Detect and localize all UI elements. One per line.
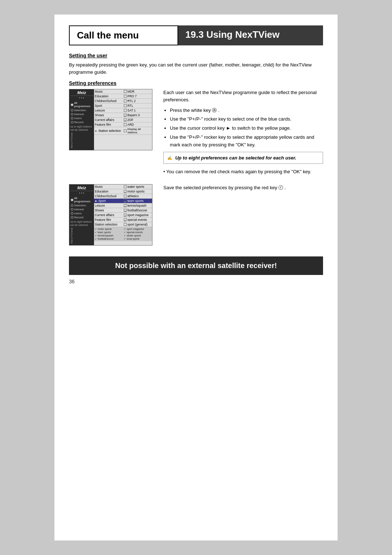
nv-row-sport-2: ►Sport team sports: [94, 199, 152, 203]
bullet-1-1: Press the white key ⓐ .: [170, 107, 323, 114]
nv-row-current-2: Current affairs sport magazine: [94, 213, 152, 218]
note-text-1: Up to eight preferences can be selected …: [175, 155, 297, 161]
nv-row-shows-2: Shows football/soccer: [94, 208, 152, 213]
nv-row-feature-1: Feature film ARD: [94, 122, 152, 127]
nextview-sidebar-2: Meiz * * * All programmes Selection: [69, 185, 94, 245]
right-col-1: Each user can set the NexTView programme…: [163, 89, 323, 178]
check-sport-mag[interactable]: [124, 214, 127, 216]
nv-row-children-2: Children/School athletics: [94, 194, 152, 199]
check-mdr[interactable]: [124, 90, 127, 93]
nv-row-current-1: Current affairs ZDF: [94, 118, 152, 122]
nextview-inner-2: Meiz * * * All programmes Selection: [69, 185, 152, 245]
stars-1: * * *: [70, 97, 93, 100]
setting-pref-body: Each user can set the NexTView programme…: [163, 89, 323, 104]
nv-row-music-2: Music water sports: [94, 185, 152, 189]
sidebar-note-2: Up to eight stations can be selected: [70, 220, 93, 227]
sidebar-all-2[interactable]: All programmes: [70, 196, 93, 203]
check-pro7[interactable]: [124, 95, 127, 98]
radio-all-1: [71, 104, 73, 106]
nextview-main-2: Music water sports Education motor sport…: [94, 185, 152, 245]
check-motor[interactable]: [124, 190, 127, 193]
check-sat1[interactable]: [124, 109, 127, 112]
content-area-1: Meiz * * * All programmes Selection: [69, 89, 323, 178]
nextview-sidebar-1: Meiz * * * All programmes Selection: [69, 89, 94, 150]
check-athletics[interactable]: [124, 195, 127, 198]
nv-row-education-2: Education motor sports: [94, 189, 152, 194]
sidebar-record-2[interactable]: Record: [70, 215, 93, 219]
sidebar-selection-1[interactable]: Selection: [70, 108, 93, 112]
radio-record-1: [71, 121, 73, 123]
header-left-title: Call the menu: [69, 25, 178, 45]
nv-row-music-1: Music MDR: [94, 89, 152, 94]
check-team[interactable]: [124, 199, 127, 202]
header-strip: Call the menu 19.3 Using NexTView: [69, 25, 323, 45]
sidebar-interest-1[interactable]: Interest: [70, 112, 93, 116]
nv-footnote: ✓ motor sports ✓ team sports ✓ tennis/sq…: [94, 227, 152, 241]
nv-row-leisure-2: Leisure tennis/squash: [94, 203, 152, 208]
nextview-label-2: NexTView: [70, 227, 93, 244]
radio-int-2: [71, 208, 73, 211]
bullet-1-2: Use the "P+/P-" rocker key to select one…: [170, 116, 323, 123]
nv-row-station-2: Station selection sport (general): [94, 222, 152, 227]
main-page: Call the menu 19.3 Using NexTView Settin…: [54, 15, 338, 540]
nv-row-leisure-1: Leisure SAT 1: [94, 108, 152, 113]
radio-rec-2: [71, 216, 73, 219]
radio-users-2: [71, 212, 73, 215]
check-rtl[interactable]: [124, 104, 127, 107]
meiz-logo-1: Meiz: [70, 90, 93, 96]
radio-selection-1: [71, 109, 73, 112]
nextview-box-2-wrapper: Meiz * * * All programmes Selection: [69, 184, 156, 249]
sidebar-record-1[interactable]: Record: [70, 120, 93, 124]
check-zdf[interactable]: [124, 118, 127, 121]
check-bayern3[interactable]: [124, 114, 127, 117]
sidebar-all-programmes-1[interactable]: All programmes: [70, 101, 93, 108]
radio-sel-2: [71, 204, 73, 207]
meiz-logo-2: Meiz: [70, 186, 93, 191]
check-rtl2[interactable]: [124, 100, 127, 102]
page-number: 36: [69, 279, 323, 284]
nextview-ui-1: Meiz * * * All programmes Selection: [69, 89, 152, 150]
nv-row-station-1: ►Station selection Display all stations: [94, 127, 152, 135]
sidebar-users-2[interactable]: Users: [70, 211, 93, 215]
bullet-1-3: Use the cursor control key ► to switch t…: [170, 125, 323, 132]
nextview-ui-2: Meiz * * * All programmes Selection: [69, 184, 152, 246]
nextview-inner-1: Meiz * * * All programmes Selection: [69, 89, 152, 150]
setting-user-body: By repeatedly pressing the green key, yo…: [69, 61, 323, 76]
bullet-1-4: Use the "P+/P-" rocker key to select the…: [170, 134, 323, 149]
check-football[interactable]: [124, 209, 127, 212]
sidebar-interest-2[interactable]: Interest: [70, 207, 93, 211]
note-icon-1: ✍: [167, 156, 172, 160]
stars-2: * * *: [70, 192, 93, 195]
header-right-title: 19.3 Using NexTView: [178, 25, 323, 45]
nv-row-feature-2: Feature film special events: [94, 218, 152, 222]
radio-all-2: [71, 199, 73, 201]
nv-row-children-1: Children/School RTL 2: [94, 99, 152, 104]
sidebar-selection-2[interactable]: Selection: [70, 203, 93, 207]
setting-user-section: Setting the user By repeatedly pressing …: [69, 53, 323, 76]
check-sport-gen[interactable]: [124, 223, 127, 226]
radio-interest-1: [71, 113, 73, 116]
check-ard[interactable]: [124, 123, 127, 126]
check-special[interactable]: [124, 218, 127, 221]
setting-preferences-title: Setting preferences: [69, 80, 323, 86]
nextview-label-1: NexTView: [70, 131, 93, 149]
nv-row-education-1: Education PRO 7: [94, 94, 152, 99]
nv-row-sport-1: Sport RTL: [94, 104, 152, 108]
setting-user-title: Setting the user: [69, 53, 323, 58]
check-water[interactable]: [124, 185, 127, 188]
check-display-all[interactable]: [124, 129, 127, 132]
sidebar-users-1[interactable]: Users: [70, 116, 93, 120]
remove-text: • You can remove the red check marks aga…: [163, 168, 323, 175]
note-box-1: ✍ Up to eight preferences can be selecte…: [163, 152, 323, 164]
nv-row-shows-1: Shows Bayern 3: [94, 113, 152, 118]
save-text: Save the selected preferences by pressin…: [163, 184, 323, 191]
radio-users-1: [71, 117, 73, 119]
save-text-col: Save the selected preferences by pressin…: [163, 184, 323, 194]
sidebar-note-1: Up to eight stations can be selected: [70, 125, 93, 131]
bullet-list-1: Press the white key ⓐ . Use the "P+/P-" …: [163, 107, 323, 149]
nextview-main-1: Music MDR Education PRO 7 Children/Schoo…: [94, 89, 152, 150]
bottom-banner: Not possible with an external satellite …: [69, 256, 323, 275]
check-tennis[interactable]: [124, 204, 127, 207]
nextview-box-1: Meiz * * * All programmes Selection: [69, 89, 156, 178]
section2: Meiz * * * All programmes Selection: [69, 184, 323, 249]
